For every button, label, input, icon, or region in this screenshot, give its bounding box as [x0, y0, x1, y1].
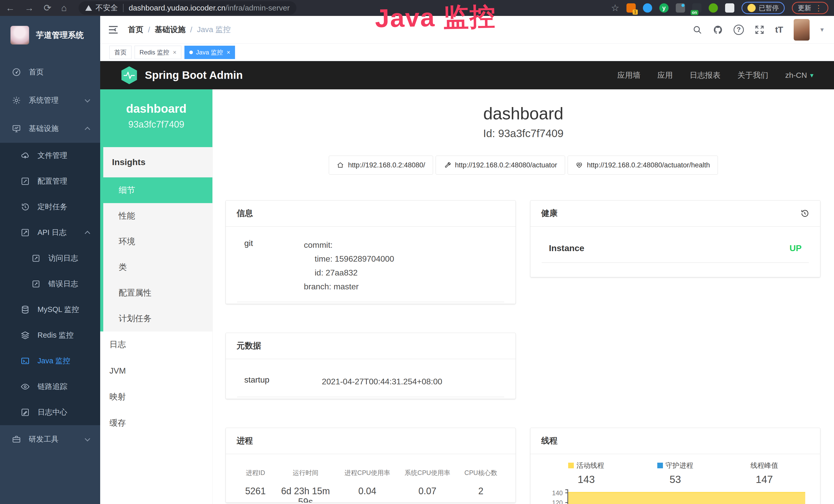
- chevron-down-icon: ▾: [810, 71, 813, 79]
- sidebar-item-log-center[interactable]: 日志中心: [0, 399, 100, 425]
- browser-menu-icon[interactable]: ⋮: [815, 4, 822, 13]
- search-icon[interactable]: [693, 25, 702, 35]
- sidebar-item-infrastructure[interactable]: 基础设施: [0, 115, 100, 143]
- cloud-upload-icon: [21, 151, 30, 160]
- extension-grid-icon[interactable]: [676, 3, 685, 13]
- sidebar-item-api-logs[interactable]: API 日志: [0, 220, 100, 246]
- text-size-icon[interactable]: tT: [775, 25, 783, 35]
- layers-icon: [21, 331, 30, 340]
- active-threads-label: 活动线程: [576, 461, 604, 470]
- sidebar-item-label: 链路追踪: [38, 382, 67, 392]
- process-col-label: 进程ID: [237, 468, 274, 477]
- fullscreen-icon[interactable]: [755, 25, 764, 35]
- sba-menu-caches[interactable]: 缓存: [100, 410, 213, 436]
- sidebar-item-config-management[interactable]: 配置管理: [0, 168, 100, 194]
- paused-badge[interactable]: 已暂停: [742, 2, 785, 14]
- avatar-caret-icon[interactable]: ▾: [820, 26, 824, 33]
- breadcrumb: 首页 / 基础设施 / Java 监控: [128, 24, 231, 35]
- browser-back-icon[interactable]: ←: [6, 3, 15, 13]
- sidebar-item-label: 研发工具: [29, 434, 59, 444]
- actuator-url-button[interactable]: http://192.168.0.2:48080/actuator: [436, 156, 565, 175]
- sba-menu-classes[interactable]: 类: [103, 254, 213, 280]
- extension-leaf-icon[interactable]: [709, 3, 718, 13]
- sidebar-item-label: 日志中心: [38, 407, 67, 417]
- health-row-key: Instance: [549, 243, 584, 253]
- health-url-button[interactable]: http://192.168.0.2:48080/actuator/health: [568, 156, 718, 175]
- sba-menu-mappings[interactable]: 映射: [100, 384, 213, 410]
- sba-menu-jvm[interactable]: JVM: [100, 358, 213, 384]
- sidebar-item-error-logs[interactable]: 错误日志: [0, 271, 100, 297]
- browser-forward-icon[interactable]: →: [25, 3, 34, 13]
- process-col-value: 0.04: [337, 486, 397, 497]
- sidebar-item-home[interactable]: 首页: [0, 58, 100, 86]
- sba-menu-scheduled-tasks[interactable]: 计划任务: [103, 306, 213, 331]
- metadata-row-key: startup: [237, 374, 322, 388]
- sba-nav-about[interactable]: 关于我们: [738, 70, 768, 81]
- sba-header: Spring Boot Admin 应用墙 应用 日志报表 关于我们 zh-CN…: [100, 61, 834, 89]
- tag-java-monitor[interactable]: Java 监控 ×: [184, 46, 235, 59]
- breadcrumb-item[interactable]: 基础设施: [155, 24, 185, 35]
- history-icon[interactable]: [800, 209, 809, 218]
- metadata-card-title: 元数据: [226, 333, 515, 359]
- github-icon[interactable]: [713, 25, 723, 35]
- sba-menu-details[interactable]: 细节: [100, 177, 213, 203]
- sidebar-item-scheduled-tasks[interactable]: 定时任务: [0, 194, 100, 220]
- address-divider: [123, 4, 124, 12]
- sidebar-item-label: 首页: [29, 67, 44, 77]
- info-card-title: 信息: [226, 201, 515, 227]
- extension-counter-badge: 1: [633, 9, 638, 15]
- extension-y-icon[interactable]: y: [659, 3, 668, 13]
- user-avatar[interactable]: [794, 19, 810, 41]
- sidebar-item-access-logs[interactable]: 访问日志: [0, 246, 100, 271]
- process-col-value: 5261: [237, 486, 274, 497]
- metadata-startup-row: startup 2021-04-27T00:44:31.254+08:00: [237, 374, 504, 397]
- info-card: 信息 git commit: time: 1596289704000 id: 2…: [225, 200, 516, 304]
- sba-brand-title[interactable]: Spring Boot Admin: [145, 69, 243, 82]
- sidebar-fold-icon[interactable]: [108, 25, 119, 34]
- daemon-threads-value: 53: [631, 474, 720, 485]
- sba-menu-metrics[interactable]: 性能: [103, 203, 213, 229]
- extension-pin-icon[interactable]: [643, 3, 652, 13]
- spring-boot-admin-logo-icon: [121, 66, 138, 85]
- tag-close-icon[interactable]: ×: [226, 49, 230, 56]
- emoji-face-icon: [747, 4, 756, 12]
- sba-nav-applications[interactable]: 应用: [657, 70, 673, 81]
- paused-label: 已暂停: [759, 4, 779, 13]
- service-url-button[interactable]: http://192.168.0.2:48080/: [329, 156, 433, 175]
- sidebar-item-redis-monitor[interactable]: Redis 监控: [0, 322, 100, 348]
- sba-locale-select[interactable]: zh-CN ▾: [785, 71, 813, 79]
- update-button[interactable]: 更新 ⋮: [792, 2, 828, 14]
- help-icon[interactable]: ?: [733, 25, 744, 35]
- security-label: 不安全: [95, 3, 118, 13]
- extension-refresh-icon[interactable]: 1: [627, 3, 636, 13]
- sidebar-item-system-management[interactable]: 系统管理: [0, 86, 100, 115]
- sba-content: dashboard Id: 93a3fc7f7409 http://192.16…: [213, 89, 834, 504]
- app-logo-row[interactable]: 芋道管理系统: [0, 16, 100, 54]
- tag-close-icon[interactable]: ×: [173, 49, 176, 56]
- tag-home[interactable]: 首页: [109, 46, 132, 59]
- tag-redis-monitor[interactable]: Redis 监控 ×: [135, 46, 181, 59]
- address-bar[interactable]: 不安全 dashboard.yudao.iocoder.cn /infra/ad…: [79, 1, 297, 15]
- sidebar-item-trace[interactable]: 链路追踪: [0, 374, 100, 399]
- health-card-title: 健康: [541, 208, 557, 219]
- sba-menu-environment[interactable]: 环境: [103, 229, 213, 254]
- extension-switch-icon[interactable]: on: [692, 3, 701, 13]
- sba-menu-config-props[interactable]: 配置属性: [103, 280, 213, 306]
- sidebar-item-java-monitor[interactable]: Java 监控: [0, 348, 100, 374]
- sba-nav-wallboard[interactable]: 应用墙: [617, 70, 640, 81]
- threads-chart: 140 120 100: [542, 489, 809, 504]
- browser-reload-icon[interactable]: ⟳: [44, 3, 51, 13]
- y-tick-label: 120: [552, 499, 563, 504]
- sba-nav-journal[interactable]: 日志报表: [690, 70, 721, 81]
- browser-home-icon[interactable]: ⌂: [61, 3, 67, 13]
- sba-menu-logs[interactable]: 日志: [100, 331, 213, 358]
- sidebar-item-mysql-monitor[interactable]: MySQL 监控: [0, 297, 100, 322]
- sidebar-item-label: 访问日志: [48, 253, 78, 264]
- instance-header[interactable]: dashboard 93a3fc7f7409: [100, 89, 213, 147]
- bookmark-star-icon[interactable]: ☆: [611, 3, 619, 13]
- sidebar-item-dev-tools[interactable]: 研发工具: [0, 425, 100, 453]
- sidebar-item-file-management[interactable]: 文件管理: [0, 143, 100, 168]
- insights-group: Insights 细节 性能 环境 类 配置属性 计划任务: [100, 147, 213, 331]
- extensions-puzzle-icon[interactable]: [725, 3, 734, 13]
- breadcrumb-item[interactable]: 首页: [128, 24, 143, 35]
